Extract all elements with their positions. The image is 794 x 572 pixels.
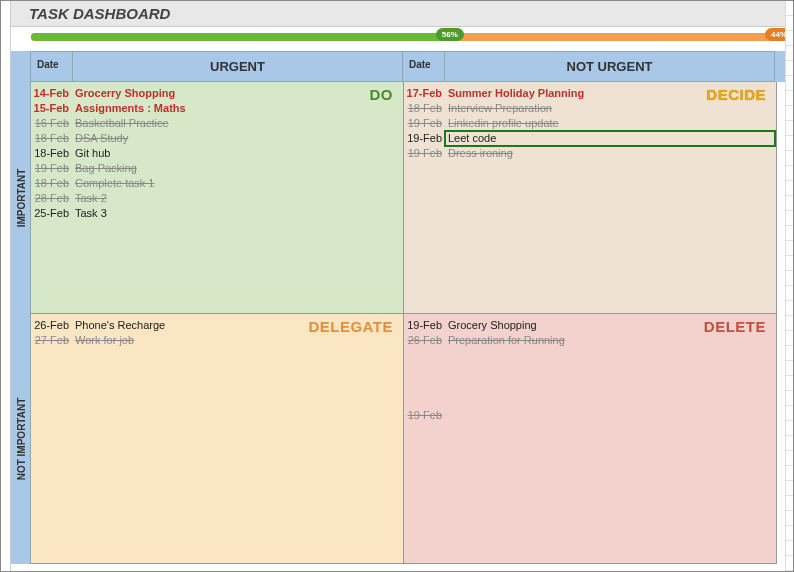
task-line[interactable]: 25-FebTask 3	[31, 206, 397, 221]
quadrant-delete-label: DELETE	[704, 318, 766, 335]
task-date: 26-Feb	[31, 318, 71, 333]
task-text: Grocerry Shopping	[71, 86, 397, 101]
not-important-label: NOT IMPORTANT	[15, 398, 26, 481]
row-gutter	[1, 1, 11, 571]
task-text: Dress ironing	[444, 146, 770, 161]
task-line[interactable]: 28 FebTask 2	[31, 191, 397, 206]
not-important-label-col: NOT IMPORTANT	[11, 314, 31, 564]
quadrant-delete[interactable]: DELETE 19-FebGrocery Shopping26 FebPrepa…	[404, 314, 777, 564]
date-header-right: Date	[403, 51, 445, 82]
task-line[interactable]: 19 FebDress ironing	[404, 146, 770, 161]
page-title: TASK DASHBOARD	[1, 1, 793, 27]
task-line[interactable]: 19 FebBag Packing	[31, 161, 397, 176]
urgent-header: URGENT	[73, 51, 403, 82]
task-text: Task 2	[71, 191, 397, 206]
task-text: Leet code	[444, 131, 770, 146]
side-col-spacer	[11, 51, 31, 82]
task-line[interactable]: 26 FebPreparation for Running	[404, 333, 770, 348]
task-text: Assignments : Maths	[71, 101, 397, 116]
task-text: Complete task 1	[71, 176, 397, 191]
column-headers: Date URGENT Date NOT URGENT	[11, 51, 793, 82]
task-dashboard: TASK DASHBOARD 56% 44% Date URGENT Date …	[0, 0, 794, 572]
task-line[interactable]: 19-FebLeet code	[404, 131, 770, 146]
task-date: 18 Feb	[31, 176, 71, 191]
important-row: IMPORTANT DO 14-FebGrocerry Shopping15-F…	[11, 82, 793, 314]
progress-fill	[31, 33, 450, 41]
task-date: 17-Feb	[404, 86, 444, 101]
task-line[interactable]: 18-FebGit hub	[31, 146, 397, 161]
important-label-col: IMPORTANT	[11, 82, 31, 314]
task-line[interactable]: 18 FebDSA Study	[31, 131, 397, 146]
quadrant-delegate[interactable]: DELEGATE 26-FebPhone's Recharge27 FebWor…	[31, 314, 404, 564]
task-text: Linkedin profile update	[444, 116, 770, 131]
important-label: IMPORTANT	[15, 169, 26, 228]
task-date: 26 Feb	[404, 333, 444, 348]
quadrant-delegate-label: DELEGATE	[308, 318, 393, 335]
quadrant-decide-label: DECIDE	[706, 86, 766, 103]
task-text: Task 3	[71, 206, 397, 221]
task-text: Bag Packing	[71, 161, 397, 176]
task-line[interactable]: 16 FebBasketball Practice	[31, 116, 397, 131]
task-date: 19 Feb	[404, 408, 444, 423]
task-date: 19-Feb	[404, 318, 444, 333]
task-date: 19-Feb	[404, 131, 444, 146]
not-urgent-header: NOT URGENT	[445, 51, 775, 82]
task-date: 19 Feb	[404, 116, 444, 131]
progress-row: 56% 44%	[1, 27, 793, 51]
task-date: 19 Feb	[31, 161, 71, 176]
not-important-row: NOT IMPORTANT DELEGATE 26-FebPhone's Rec…	[11, 314, 793, 564]
task-date: 27 Feb	[31, 333, 71, 348]
task-date: 19 Feb	[404, 146, 444, 161]
task-line[interactable]: 15-FebAssignments : Maths	[31, 101, 397, 116]
quadrant-do[interactable]: DO 14-FebGrocerry Shopping15-FebAssignme…	[31, 82, 404, 314]
task-line[interactable]: 19 FebLinkedin profile update	[404, 116, 770, 131]
quadrant-do-label: DO	[370, 86, 394, 103]
task-text: Interview Preparation	[444, 101, 770, 116]
task-line[interactable]: 19 Feb	[404, 408, 770, 423]
task-date: 18-Feb	[31, 146, 71, 161]
task-line[interactable]: 27 FebWork for job	[31, 333, 397, 348]
task-date: 18 Feb	[404, 101, 444, 116]
task-line[interactable]: 18 FebInterview Preparation	[404, 101, 770, 116]
task-date: 16 Feb	[31, 116, 71, 131]
right-ruler	[785, 1, 793, 571]
quadrant-decide[interactable]: DECIDE 17-FebSummer Holiday Planning18 F…	[404, 82, 777, 314]
task-date: 25-Feb	[31, 206, 71, 221]
task-text: Git hub	[71, 146, 397, 161]
task-date: 28 Feb	[31, 191, 71, 206]
task-text: Work for job	[71, 333, 397, 348]
task-date: 15-Feb	[31, 101, 71, 116]
task-date: 14-Feb	[31, 86, 71, 101]
progress-bar: 56% 44%	[31, 33, 779, 41]
task-line[interactable]: 14-FebGrocerry Shopping	[31, 86, 397, 101]
task-date: 18 Feb	[31, 131, 71, 146]
task-text: DSA Study	[71, 131, 397, 146]
task-text: Preparation for Running	[444, 333, 770, 348]
task-line[interactable]: 18 FebComplete task 1	[31, 176, 397, 191]
date-header-left: Date	[31, 51, 73, 82]
progress-done-bubble: 56%	[436, 28, 464, 41]
task-text: Basketball Practice	[71, 116, 397, 131]
